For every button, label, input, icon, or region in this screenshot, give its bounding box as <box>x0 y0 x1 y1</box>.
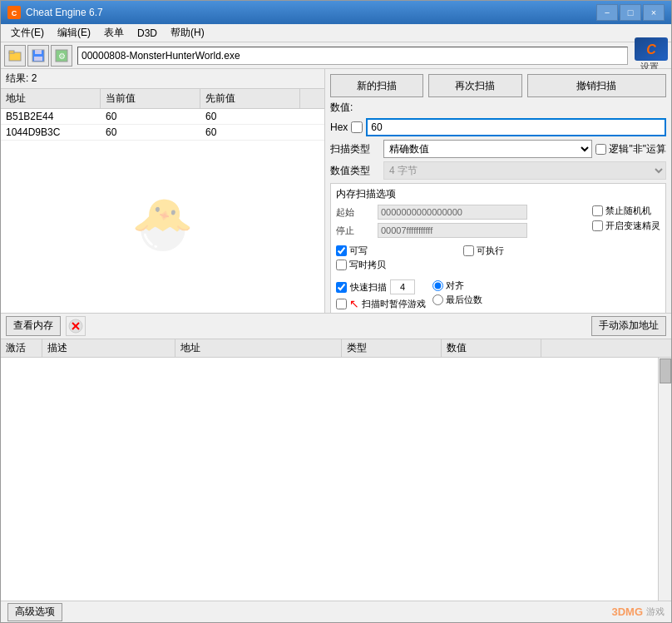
scrollbar-thumb[interactable] <box>660 358 671 383</box>
add-address-button[interactable]: 手动添加地址 <box>591 316 666 336</box>
disable-random-item: 禁止随机机 <box>592 205 660 217</box>
menu-edit[interactable]: 编辑(E) <box>51 24 97 42</box>
main-window: C Cheat Engine 6.7 − □ × 文件(E) 编辑(E) 表单 … <box>0 0 672 623</box>
left-panel: 结果: 2 地址 当前值 先前值 B51B2E44 60 60 1044D9B3… <box>1 69 325 313</box>
mem-options-title: 内存扫描选项 <box>336 187 660 201</box>
app-title: Cheat Engine 6.7 <box>26 7 103 18</box>
address-table-header: 激活 描述 地址 类型 数值 <box>1 339 671 358</box>
menu-file[interactable]: 文件(E) <box>4 24 51 42</box>
align-option-align: 对齐 <box>432 279 482 292</box>
copy-write-label: 写时拷贝 <box>349 259 386 271</box>
minimize-button[interactable]: − <box>596 4 618 21</box>
writable-check-item: 可写 <box>336 245 462 257</box>
writable-label: 可写 <box>349 245 368 257</box>
result-current-1: 60 <box>101 125 200 140</box>
rescan-button[interactable]: 再次扫描 <box>428 74 521 97</box>
hex-label: Hex <box>330 121 348 133</box>
align-radio[interactable] <box>432 280 443 291</box>
svg-rect-5 <box>35 50 42 54</box>
mem-fields-col: 起始 停止 可写 <box>336 205 589 310</box>
start-field-row: 起始 <box>336 205 589 220</box>
ce-logo-area: C 设置 <box>631 37 668 73</box>
toolbar: ⚙ 00000808-MonsterHunterWorld.exe C <box>1 42 671 69</box>
mem-options-group: 内存扫描选项 起始 停止 <box>330 183 666 314</box>
hex-value-row: Hex <box>330 118 666 136</box>
value-type-label: 数值类型 <box>330 164 380 178</box>
hex-checkbox[interactable] <box>351 121 363 133</box>
menu-d3d[interactable]: D3D <box>131 26 164 41</box>
mem-checkboxes: 可写 可执行 写时拷贝 <box>336 245 589 271</box>
title-bar: C Cheat Engine 6.7 − □ × <box>1 1 671 24</box>
pause-game-row: ↖ 扫描时暂停游戏 <box>336 297 426 310</box>
mem-options-inner: 起始 停止 可写 <box>336 205 660 310</box>
col-type: 类型 <box>342 339 442 357</box>
table-row[interactable]: B51B2E44 60 60 <box>1 109 324 125</box>
close-button[interactable]: × <box>643 4 665 21</box>
save-button[interactable] <box>27 45 49 67</box>
start-label: 起始 <box>336 206 378 219</box>
col-address: 地址 <box>1 89 101 108</box>
bottom-toolbar: 查看内存 手动添加地址 <box>1 313 671 339</box>
col-current: 当前值 <box>101 89 200 108</box>
bottom-bar: 高级选项 3DMG 游戏 <box>1 601 671 622</box>
mascot-icon: 🐣 <box>131 195 194 254</box>
fast-scan-row: 快速扫描 <box>336 279 426 294</box>
undo-scan-button[interactable]: 撤销扫描 <box>527 74 666 97</box>
fast-var-checkbox[interactable] <box>592 220 603 231</box>
logic-not-label: 逻辑"非"运算 <box>609 142 666 156</box>
copy-write-check-item: 写时拷贝 <box>336 259 462 271</box>
svg-rect-6 <box>34 57 42 61</box>
settings-button[interactable]: ⚙ <box>51 45 72 67</box>
disable-random-checkbox[interactable] <box>592 205 603 216</box>
stop-input[interactable] <box>378 223 527 238</box>
align-label: 对齐 <box>446 279 464 292</box>
result-previous-1: 60 <box>200 125 300 140</box>
open-button[interactable] <box>4 45 26 67</box>
address-bar-value: 00000808-MonsterHunterWorld.exe <box>82 50 240 62</box>
table-row[interactable]: 1044D9B3C 60 60 <box>1 125 324 141</box>
fast-var-label: 开启变速精灵 <box>605 220 660 232</box>
app-icon: C <box>7 6 21 19</box>
window-controls: − □ × <box>596 4 665 21</box>
new-scan-button[interactable]: 新的扫描 <box>330 74 423 97</box>
results-table-header: 地址 当前值 先前值 <box>1 89 324 109</box>
address-table-body[interactable] <box>1 358 671 601</box>
result-address-1: 1044D9B3C <box>1 125 101 140</box>
last-digit-radio[interactable] <box>432 294 443 305</box>
scrollbar[interactable] <box>658 358 671 601</box>
address-bar[interactable]: 00000808-MonsterHunterWorld.exe <box>77 47 628 65</box>
writable-checkbox[interactable] <box>336 245 347 256</box>
col-desc: 描述 <box>42 339 175 357</box>
fast-align-row: 快速扫描 ↖ 扫描时暂停游戏 <box>336 279 589 310</box>
svg-text:C: C <box>646 42 656 57</box>
col-addr: 地址 <box>175 339 342 357</box>
logic-not-checkbox[interactable] <box>595 144 606 155</box>
options-lower: 快速扫描 ↖ 扫描时暂停游戏 <box>336 279 426 310</box>
watermark-3d: 3DMG <box>611 606 643 618</box>
scan-type-label: 扫描类型 <box>330 142 380 156</box>
fast-scan-checkbox[interactable] <box>336 282 347 293</box>
copy-write-checkbox[interactable] <box>336 260 347 270</box>
executable-checkbox[interactable] <box>463 245 474 256</box>
value-input[interactable] <box>366 118 666 136</box>
right-panel: 新的扫描 再次扫描 撤销扫描 数值: Hex 扫描类型 精确数值 <box>325 69 671 313</box>
fast-scan-input[interactable] <box>390 279 415 294</box>
delete-icon[interactable] <box>66 316 86 336</box>
scan-buttons: 新的扫描 再次扫描 撤销扫描 <box>330 74 666 97</box>
pause-game-checkbox[interactable] <box>336 299 347 309</box>
start-input[interactable] <box>378 205 527 220</box>
watermark-area: 3DMG 游戏 <box>611 606 665 618</box>
fast-scan-label: 快速扫描 <box>350 281 387 294</box>
mascot-area: 🐣 <box>1 141 324 307</box>
cursor-icon: ↖ <box>349 297 359 310</box>
menu-help[interactable]: 帮助(H) <box>164 24 211 42</box>
advanced-button[interactable]: 高级选项 <box>7 603 62 621</box>
value-row: 数值: <box>330 101 666 115</box>
view-mem-button[interactable]: 查看内存 <box>6 316 61 336</box>
maximize-button[interactable]: □ <box>620 4 641 21</box>
svg-text:⚙: ⚙ <box>58 52 66 61</box>
menu-table[interactable]: 表单 <box>97 24 131 42</box>
fast-var-item: 开启变速精灵 <box>592 220 660 232</box>
scan-type-select[interactable]: 精确数值 <box>383 140 592 158</box>
results-header: 结果: 2 <box>1 69 324 89</box>
